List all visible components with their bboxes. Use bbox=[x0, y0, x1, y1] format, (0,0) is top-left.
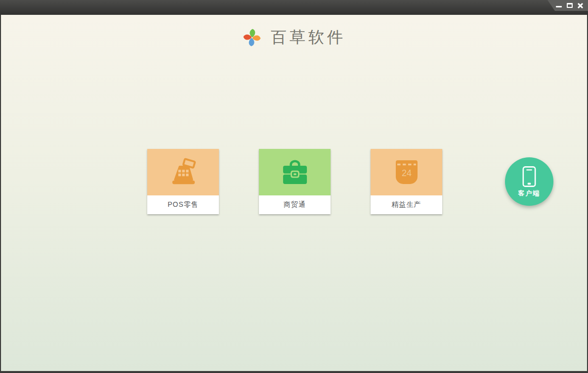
card-pos-retail-tile bbox=[147, 149, 219, 195]
calendar-icon: 24 bbox=[395, 160, 419, 185]
client-button[interactable]: 客户端 bbox=[505, 157, 553, 206]
card-lean-production-tile: 24 bbox=[371, 149, 442, 195]
card-lean-production[interactable]: 24 精益生产 bbox=[371, 149, 442, 214]
calendar-day-number: 24 bbox=[401, 168, 411, 178]
smartphone-icon bbox=[522, 166, 536, 187]
pinwheel-icon bbox=[242, 27, 262, 48]
cash-register-icon bbox=[169, 158, 198, 186]
close-icon[interactable] bbox=[577, 1, 584, 9]
client-button-label: 客户端 bbox=[518, 189, 541, 198]
card-trade-tile bbox=[259, 149, 331, 195]
card-lean-production-label: 精益生产 bbox=[371, 195, 442, 214]
minimize-icon[interactable] bbox=[555, 1, 562, 9]
main-content: 百草软件 POS零售 bbox=[1, 15, 587, 371]
card-pos-retail[interactable]: POS零售 bbox=[147, 149, 219, 214]
maximize-icon[interactable] bbox=[566, 1, 573, 9]
card-trade-label: 商贸通 bbox=[259, 195, 331, 214]
card-pos-retail-label: POS零售 bbox=[147, 195, 219, 214]
briefcase-icon bbox=[281, 160, 309, 185]
card-trade[interactable]: 商贸通 bbox=[259, 149, 331, 214]
app-logo: 百草软件 bbox=[1, 27, 587, 48]
window-controls bbox=[541, 0, 588, 11]
app-name: 百草软件 bbox=[271, 27, 346, 48]
title-bar[interactable] bbox=[0, 0, 588, 15]
